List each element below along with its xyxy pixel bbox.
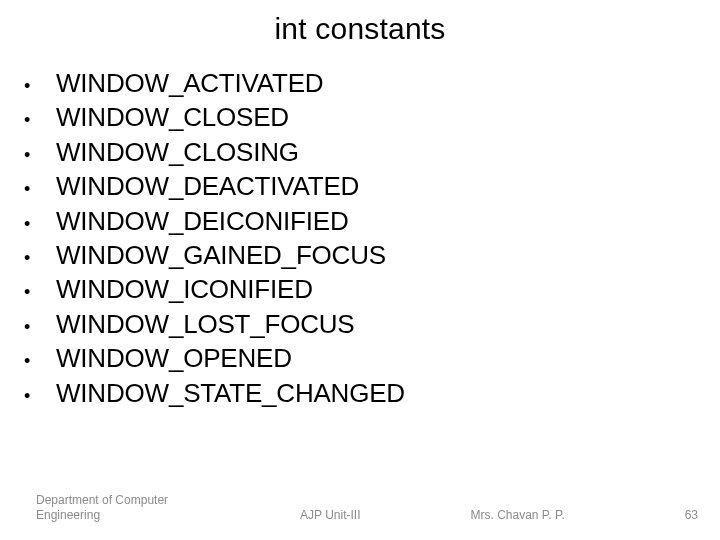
bullet-icon: • (24, 139, 56, 171)
list-item: • WINDOW_STATE_CHANGED (24, 378, 698, 412)
bullet-icon: • (24, 276, 56, 308)
list-item: • WINDOW_ACTIVATED (24, 68, 698, 102)
list-item-label: WINDOW_GAINED_FOCUS (56, 240, 386, 272)
list-item-label: WINDOW_STATE_CHANGED (56, 378, 405, 410)
list-item-label: WINDOW_CLOSING (56, 137, 299, 169)
footer-department: Department of Computer Engineering (36, 493, 236, 522)
footer-page-number: 63 (685, 508, 698, 522)
list-item: • WINDOW_CLOSED (24, 102, 698, 136)
bullet-icon: • (24, 104, 56, 136)
footer-department-line2: Engineering (36, 508, 236, 522)
slide-footer: Department of Computer Engineering AJP U… (0, 493, 720, 522)
bullet-icon: • (24, 242, 56, 274)
slide: int constants • WINDOW_ACTIVATED • WINDO… (0, 0, 720, 540)
list-item-label: WINDOW_ACTIVATED (56, 68, 323, 100)
list-item: • WINDOW_GAINED_FOCUS (24, 240, 698, 274)
bullet-icon: • (24, 345, 56, 377)
list-item-label: WINDOW_ICONIFIED (56, 274, 313, 306)
list-item: • WINDOW_ICONIFIED (24, 274, 698, 308)
list-item-label: WINDOW_CLOSED (56, 102, 289, 134)
bullet-icon: • (24, 208, 56, 240)
bullet-icon: • (24, 380, 56, 412)
footer-department-line1: Department of Computer (36, 493, 236, 507)
list-item: • WINDOW_DEICONIFIED (24, 206, 698, 240)
list-item-label: WINDOW_LOST_FOCUS (56, 309, 355, 341)
list-item-label: WINDOW_DEICONIFIED (56, 206, 349, 238)
list-item-label: WINDOW_DEACTIVATED (56, 171, 359, 203)
footer-unit: AJP Unit-III (300, 508, 360, 522)
list-item: • WINDOW_CLOSING (24, 137, 698, 171)
list-item-label: WINDOW_OPENED (56, 343, 292, 375)
slide-title: int constants (22, 12, 698, 46)
bullet-icon: • (24, 173, 56, 205)
list-item: • WINDOW_LOST_FOCUS (24, 309, 698, 343)
list-item: • WINDOW_DEACTIVATED (24, 171, 698, 205)
constants-list: • WINDOW_ACTIVATED • WINDOW_CLOSED • WIN… (22, 68, 698, 412)
bullet-icon: • (24, 70, 56, 102)
footer-author: Mrs. Chavan P. P. (470, 508, 564, 522)
list-item: • WINDOW_OPENED (24, 343, 698, 377)
bullet-icon: • (24, 311, 56, 343)
